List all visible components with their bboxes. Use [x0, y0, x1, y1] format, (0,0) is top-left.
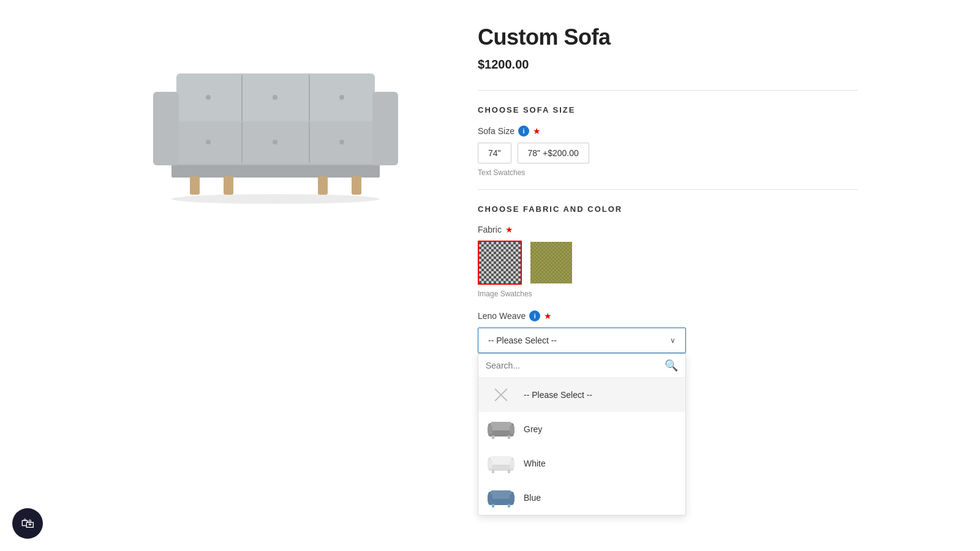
product-image [135, 37, 417, 208]
svg-point-5 [273, 95, 277, 100]
product-title: Custom Sofa [478, 24, 858, 50]
fabric-section-heading: CHOOSE FABRIC AND COLOR [478, 204, 858, 214]
svg-rect-34 [510, 425, 514, 434]
sofa-size-required: ★ [533, 126, 541, 136]
svg-rect-46 [510, 494, 514, 503]
dropdown-selected-value: -- Please Select -- [488, 335, 557, 345]
svg-rect-14 [372, 92, 398, 165]
option-thumb-grey [487, 418, 515, 440]
sofa-svg [135, 37, 417, 208]
svg-rect-30 [530, 242, 573, 285]
leno-weave-label-text: Leno Weave [478, 311, 526, 321]
svg-rect-40 [510, 460, 514, 468]
size-swatches-type: Text Swatches [478, 168, 858, 177]
svg-point-20 [172, 194, 380, 204]
fabric-label: Fabric ★ [478, 225, 858, 234]
sofa-size-label: Sofa Size i ★ [478, 126, 858, 137]
dropdown-chevron-icon: ∨ [670, 336, 676, 345]
svg-rect-18 [318, 176, 328, 195]
option-label-grey: Grey [524, 424, 542, 434]
option-label-white: White [524, 459, 546, 468]
svg-rect-15 [172, 165, 380, 178]
fabric-label-text: Fabric [478, 225, 502, 234]
size-divider [478, 90, 858, 91]
svg-point-12 [339, 140, 344, 144]
svg-rect-33 [488, 425, 492, 434]
svg-point-4 [206, 95, 211, 100]
page-container: Custom Sofa $1200.00 CHOOSE SOFA SIZE So… [0, 0, 980, 551]
leno-weave-label: Leno Weave i ★ [478, 310, 858, 321]
svg-rect-16 [190, 176, 200, 195]
fabric-required: ★ [505, 225, 513, 234]
svg-rect-39 [488, 460, 492, 468]
svg-rect-42 [508, 470, 510, 473]
svg-rect-17 [224, 176, 233, 195]
svg-rect-45 [488, 494, 492, 503]
svg-point-6 [339, 95, 344, 100]
sofa-size-info-icon[interactable]: i [518, 126, 529, 137]
fabric-swatch-2[interactable] [529, 241, 573, 285]
size-swatch-74[interactable]: 74" [478, 143, 511, 163]
option-thumb-white [487, 452, 515, 474]
fabric-divider [478, 189, 858, 190]
shopify-badge[interactable]: 🛍 [12, 508, 43, 539]
leno-weave-dropdown-container: -- Please Select -- ∨ 🔍 -- Please Select… [478, 328, 686, 353]
dropdown-option-please-select[interactable]: -- Please Select -- [478, 378, 685, 412]
leno-weave-info-icon[interactable]: i [529, 310, 540, 321]
svg-rect-44 [491, 490, 511, 499]
svg-rect-25 [479, 242, 522, 285]
leno-weave-required: ★ [544, 311, 552, 321]
size-swatch-group: 74" 78" +$200.00 [478, 143, 858, 163]
option-label-blue: Blue [524, 493, 541, 503]
svg-point-10 [206, 140, 211, 144]
product-image-section [123, 24, 429, 527]
dropdown-option-grey[interactable]: Grey [478, 412, 685, 446]
option-thumb-blue [487, 487, 515, 509]
size-section-heading: CHOOSE SOFA SIZE [478, 105, 858, 114]
dropdown-search-input[interactable] [486, 361, 660, 370]
svg-rect-19 [352, 176, 361, 195]
option-thumb-please-select [487, 384, 515, 406]
svg-rect-35 [492, 435, 494, 439]
leno-weave-dropdown-menu: 🔍 -- Please Select -- [478, 353, 686, 515]
svg-rect-41 [492, 470, 494, 473]
svg-rect-32 [491, 422, 511, 430]
leno-weave-dropdown-trigger[interactable]: -- Please Select -- ∨ [478, 328, 686, 353]
fabric-swatches-group [478, 241, 858, 285]
svg-point-11 [273, 140, 277, 144]
fabric-swatch-1[interactable] [478, 241, 522, 285]
svg-rect-47 [492, 504, 494, 508]
shopify-bag-icon: 🛍 [21, 515, 34, 531]
sofa-size-label-text: Sofa Size [478, 126, 514, 136]
product-details-section: Custom Sofa $1200.00 CHOOSE SOFA SIZE So… [478, 24, 858, 527]
svg-rect-38 [491, 456, 511, 465]
search-icon: 🔍 [665, 359, 678, 372]
dropdown-option-blue[interactable]: Blue [478, 481, 685, 515]
size-swatch-78[interactable]: 78" +$200.00 [518, 143, 589, 163]
fabric-swatches-type: Image Swatches [478, 290, 858, 298]
dropdown-option-white[interactable]: White [478, 446, 685, 481]
option-label-please-select: -- Please Select -- [524, 390, 592, 400]
svg-rect-48 [508, 504, 510, 508]
product-price: $1200.00 [478, 58, 858, 72]
svg-rect-36 [508, 435, 510, 439]
dropdown-search-bar: 🔍 [478, 354, 685, 378]
x-icon [487, 384, 515, 406]
svg-rect-13 [153, 92, 179, 165]
